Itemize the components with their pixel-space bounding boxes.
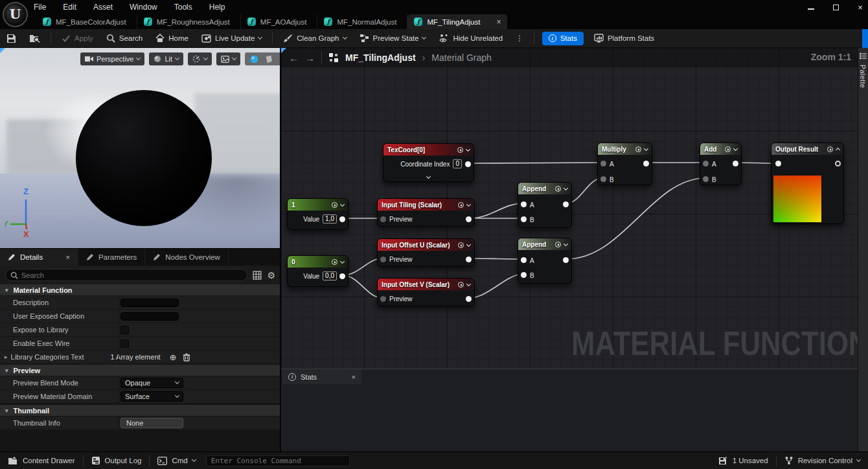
tab-details[interactable]: Details × xyxy=(0,249,78,266)
preview-toggle-icon[interactable] xyxy=(458,282,464,288)
input-pin-b[interactable] xyxy=(521,216,527,222)
content-drawer-button[interactable]: Content Drawer xyxy=(0,452,83,469)
material-graph-canvas[interactable]: ← → MF_TilingAdjust › Material Graph Zoo… xyxy=(281,48,868,452)
collapse-arrow-icon[interactable]: ▾ xyxy=(5,367,8,374)
live-update-dropdown[interactable]: Live Update xyxy=(195,29,268,48)
tab-nodes-overview[interactable]: Nodes Overview xyxy=(145,249,228,266)
tab-mf-normaladjust[interactable]: ƒMF_NormalAdjust xyxy=(317,14,407,29)
preview-toggle-icon[interactable] xyxy=(555,186,561,192)
trash-icon[interactable] xyxy=(183,353,190,361)
tab-parameters[interactable]: Parameters xyxy=(78,249,145,266)
input-pin-b[interactable] xyxy=(600,176,606,182)
preview-toggle-icon[interactable] xyxy=(457,147,463,153)
node-output-result[interactable]: Output Result xyxy=(771,143,844,224)
console-command-input[interactable] xyxy=(206,455,350,466)
coordinate-index-input[interactable]: 0 xyxy=(453,159,462,168)
value-input[interactable]: 0,0 xyxy=(323,271,337,280)
breadcrumb-graph-name[interactable]: Material Graph xyxy=(431,52,492,63)
cmd-dropdown[interactable]: Cmd xyxy=(150,452,203,469)
preview-toggle-icon[interactable] xyxy=(332,202,337,208)
show-flags-dropdown[interactable] xyxy=(188,52,212,65)
input-pin-b[interactable] xyxy=(521,272,527,278)
search-button[interactable]: Search xyxy=(100,29,149,48)
output-pin[interactable] xyxy=(466,257,472,262)
add-array-element-icon[interactable]: ⊕ xyxy=(170,352,177,362)
nav-back-button[interactable]: ← xyxy=(289,52,299,63)
camera-mode-dropdown[interactable]: Perspective xyxy=(80,52,144,65)
browse-to-asset-button[interactable] xyxy=(23,29,47,48)
preview-toggle-icon[interactable] xyxy=(458,242,464,248)
chevron-up-icon[interactable] xyxy=(836,147,840,152)
input-pin[interactable] xyxy=(775,161,781,166)
output-pin[interactable] xyxy=(466,216,472,222)
preview-viewport[interactable]: Perspective Lit xyxy=(0,48,280,248)
tab-mf-roughnessadjust[interactable]: ƒMF_RoughnessAdjust xyxy=(137,14,241,29)
input-pin-b[interactable] xyxy=(703,176,709,182)
node-constant-one[interactable]: 1 Value 1,0 xyxy=(287,198,348,230)
preview-blend-mode-dropdown[interactable]: Opaque xyxy=(120,378,183,388)
collapse-arrow-icon[interactable]: ▾ xyxy=(5,407,8,414)
preview-toggle-icon[interactable] xyxy=(725,146,731,152)
maximize-button[interactable] xyxy=(832,3,839,11)
chevron-down-icon[interactable] xyxy=(466,242,471,246)
node-append-2[interactable]: Append A B xyxy=(518,238,572,284)
node-append-1[interactable]: Append A B xyxy=(518,182,572,228)
node-input-offset-u[interactable]: Input Offset U (Scalar) Preview xyxy=(377,238,475,267)
node-input-offset-v[interactable]: Input Offset V (Scalar) Preview xyxy=(377,278,475,306)
preview-toggle-icon[interactable] xyxy=(827,146,833,152)
stats-tab-close-icon[interactable]: × xyxy=(352,373,356,381)
node-texcoord[interactable]: TexCoord[0] Coordinate Index 0 xyxy=(383,143,474,182)
menu-asset[interactable]: Asset xyxy=(93,3,113,12)
tab-mf-basecoloradjust[interactable]: ƒMF_BaseColorAdjust xyxy=(36,14,137,29)
input-pin-a[interactable] xyxy=(703,161,709,166)
hide-unrelated-button[interactable]: Hide Unrelated xyxy=(432,29,509,48)
platform-stats-button[interactable]: Platform Stats xyxy=(588,29,661,48)
tab-mf-tilingadjust[interactable]: ƒMF_TilingAdjust× xyxy=(407,14,507,29)
expand-arrow-icon[interactable]: ▸ xyxy=(5,354,8,360)
details-search-input[interactable] xyxy=(5,269,247,281)
chevron-down-icon[interactable] xyxy=(564,241,568,246)
preview-state-dropdown[interactable]: Preview State xyxy=(353,29,433,48)
input-pin-a[interactable] xyxy=(521,201,527,207)
details-settings-gear-icon[interactable]: ⚙ xyxy=(267,270,275,280)
output-pin[interactable] xyxy=(339,216,345,222)
preview-toggle-icon[interactable] xyxy=(555,242,561,247)
view-options-dropdown[interactable] xyxy=(216,52,240,65)
preview-mesh-sphere[interactable] xyxy=(76,90,212,226)
user-exposed-caption-input[interactable] xyxy=(120,312,179,321)
input-pin-a[interactable] xyxy=(521,257,527,263)
node-input-tiling[interactable]: Input Tiling (Scalar) Preview xyxy=(377,198,475,227)
toolbar-overflow-button[interactable]: ⋮ xyxy=(509,29,530,48)
output-pin[interactable] xyxy=(733,161,738,166)
menu-window[interactable]: Window xyxy=(130,3,157,12)
chevron-down-icon[interactable] xyxy=(733,146,738,150)
stats-toggle-button[interactable]: i Stats xyxy=(542,32,584,45)
preview-input-pin[interactable] xyxy=(380,257,386,262)
unreal-logo[interactable]: U xyxy=(3,2,28,27)
close-button[interactable]: × xyxy=(856,3,864,11)
output-log-button[interactable]: Output Log xyxy=(84,452,150,469)
menu-tools[interactable]: Tools xyxy=(174,3,192,12)
node-multiply[interactable]: Multiply A B xyxy=(597,143,652,185)
output-pin[interactable] xyxy=(835,161,841,166)
apply-button[interactable]: Apply xyxy=(55,29,100,48)
node-add[interactable]: Add A B xyxy=(700,143,742,185)
thumbnail-info-value[interactable]: None xyxy=(120,418,183,428)
preview-input-pin[interactable] xyxy=(380,296,386,302)
section-preview[interactable]: ▾ Preview xyxy=(0,365,280,376)
sphere-shape-button[interactable] xyxy=(250,55,258,63)
cone-shape-button[interactable] xyxy=(279,55,280,63)
chevron-down-icon[interactable] xyxy=(644,146,648,150)
output-pin[interactable] xyxy=(339,273,345,279)
preview-material-domain-dropdown[interactable]: Surface xyxy=(120,391,183,402)
node-constant-zero[interactable]: 0 Value 0,0 xyxy=(287,255,348,287)
view-mode-dropdown[interactable]: Lit xyxy=(149,52,183,65)
value-input[interactable]: 1,0 xyxy=(323,214,337,223)
output-pin[interactable] xyxy=(465,161,471,167)
output-pin[interactable] xyxy=(563,201,569,207)
clean-graph-dropdown[interactable]: Clean Graph xyxy=(277,29,352,48)
revision-control-dropdown[interactable]: Revision Control xyxy=(777,452,868,469)
section-thumbnail[interactable]: ▾ Thumbnail xyxy=(0,405,280,417)
menu-edit[interactable]: Edit xyxy=(63,3,76,12)
unsaved-changes-button[interactable]: * 1 Unsaved xyxy=(711,452,776,469)
